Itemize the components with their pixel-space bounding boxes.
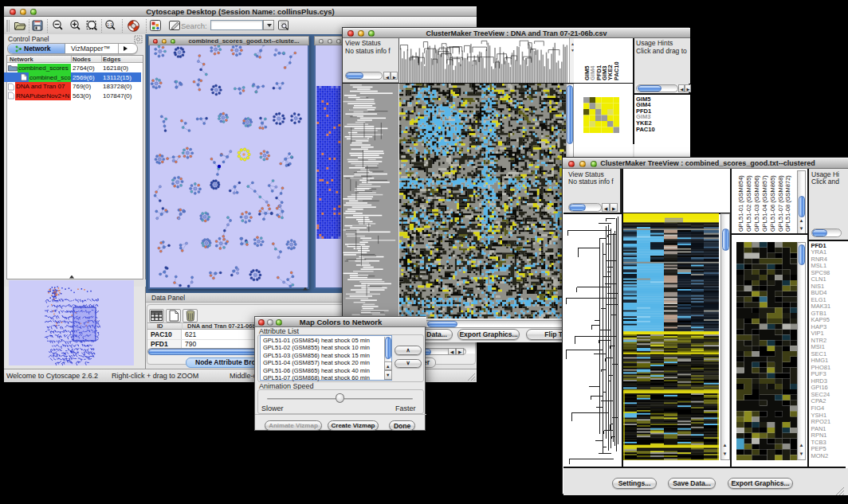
svg-text:1:1: 1:1 — [107, 22, 112, 27]
